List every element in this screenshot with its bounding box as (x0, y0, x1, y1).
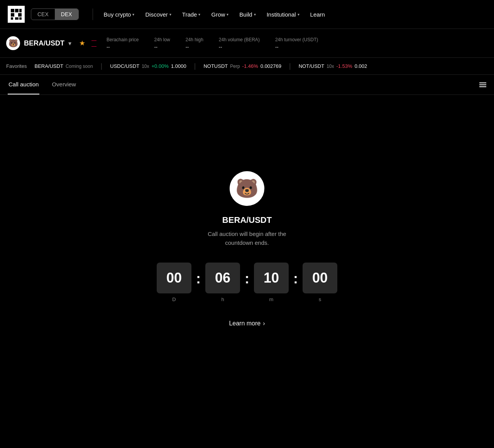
countdown-hours: 06 h (205, 263, 240, 302)
svg-rect-2 (15, 9, 19, 12)
nav-items: Buy crypto ▾ Discover ▾ Trade ▾ Grow ▾ B… (99, 8, 486, 21)
chevron-down-icon: ▾ (298, 12, 299, 17)
ticker-stats: Berachain price -- 24h low -- 24h high -… (107, 37, 318, 50)
learn-more-button[interactable]: Learn more › (229, 320, 265, 327)
nav-learn[interactable]: Learn (306, 8, 330, 21)
24h-high-stat: 24h high -- (186, 37, 203, 50)
countdown-days: 00 D (157, 263, 191, 302)
dex-button[interactable]: DEX (55, 9, 78, 20)
svg-rect-4 (11, 13, 14, 17)
pair-icon: 🐻 (6, 36, 20, 50)
cex-button[interactable]: CEX (31, 9, 55, 20)
countdown-colon-1: : (196, 271, 201, 287)
countdown-colon-3: : (293, 271, 298, 287)
chevron-right-icon: › (263, 320, 265, 327)
tabs-left: Call auction Overview (8, 75, 77, 94)
countdown: 00 D : 06 h : 10 m : 00 s (157, 263, 337, 302)
nav-trade[interactable]: Trade ▾ (178, 8, 205, 21)
svg-rect-1 (11, 9, 14, 12)
24h-volume-stat: 24h volume (BERA) -- (219, 37, 260, 50)
countdown-minutes: 10 m (254, 263, 289, 302)
favorite-button[interactable]: ★ (79, 39, 85, 47)
nav-buy-crypto[interactable]: Buy crypto ▾ (99, 8, 139, 21)
marquee-divider: | (101, 62, 103, 70)
marquee-item-usdc[interactable]: USDC/USDT 10x +0.00% 1.0000 (110, 63, 186, 69)
marquee-item-not[interactable]: NOT/USDT 10x -1.53% 0.002 (299, 63, 367, 69)
ticker-bar: 🐻 BERA/USDT ▾ ★ — — Berachain price -- 2… (0, 29, 494, 58)
marquee-item-notusdt[interactable]: NOTUSDT Perp -1.46% 0.002769 (203, 63, 281, 69)
tab-overview[interactable]: Overview (51, 75, 77, 94)
pair-dropdown-icon[interactable]: ▾ (68, 40, 71, 47)
auction-pair-title: BERA/USDT (222, 215, 272, 225)
nav-institutional[interactable]: Institutional ▾ (262, 8, 304, 21)
marquee-divider-3: | (289, 62, 291, 70)
top-nav: CEX DEX Buy crypto ▾ Discover ▾ Trade ▾ … (0, 0, 494, 29)
svg-rect-8 (19, 17, 22, 20)
berachain-price-stat[interactable]: Berachain price -- (107, 37, 139, 50)
chevron-down-icon: ▾ (227, 12, 228, 17)
menu-icon[interactable] (479, 83, 486, 87)
24h-turnover-stat: 24h turnover (USDT) -- (275, 37, 318, 50)
auction-subtitle: Call auction will begin after the countd… (208, 230, 286, 247)
price-indicator: — — (91, 37, 96, 49)
nav-discover[interactable]: Discover ▾ (140, 8, 176, 21)
svg-rect-5 (18, 13, 22, 17)
exchange-toggle[interactable]: CEX DEX (31, 8, 79, 20)
nav-build[interactable]: Build ▾ (235, 8, 260, 21)
countdown-seconds: 00 s (303, 263, 337, 302)
logo[interactable] (8, 6, 25, 23)
tab-call-auction[interactable]: Call auction (8, 75, 39, 94)
marquee-item-bera[interactable]: BERA/USDT Coming soon (34, 63, 93, 69)
chevron-down-icon: ▾ (254, 12, 256, 17)
24h-low-stat: 24h low -- (154, 37, 170, 50)
pair-info: 🐻 BERA/USDT ▾ (6, 36, 71, 50)
pair-name: BERA/USDT (24, 39, 64, 47)
chevron-down-icon: ▾ (132, 12, 134, 17)
favorites-label: Favorites (6, 63, 27, 69)
coin-logo-large: 🐻 (230, 171, 264, 206)
marquee-divider-2: | (194, 62, 196, 70)
chevron-down-icon: ▾ (198, 12, 200, 17)
tabs-bar: Call auction Overview (0, 75, 494, 95)
countdown-colon-2: : (245, 271, 249, 287)
main-content: 🐻 BERA/USDT Call auction will begin afte… (0, 95, 494, 403)
chevron-down-icon: ▾ (169, 12, 171, 17)
nav-divider (93, 8, 93, 20)
svg-rect-7 (15, 17, 19, 20)
marquee-bar: Favorites BERA/USDT Coming soon | USDC/U… (0, 58, 494, 75)
svg-rect-3 (19, 9, 22, 12)
nav-grow[interactable]: Grow ▾ (206, 8, 233, 21)
svg-rect-6 (11, 17, 13, 20)
